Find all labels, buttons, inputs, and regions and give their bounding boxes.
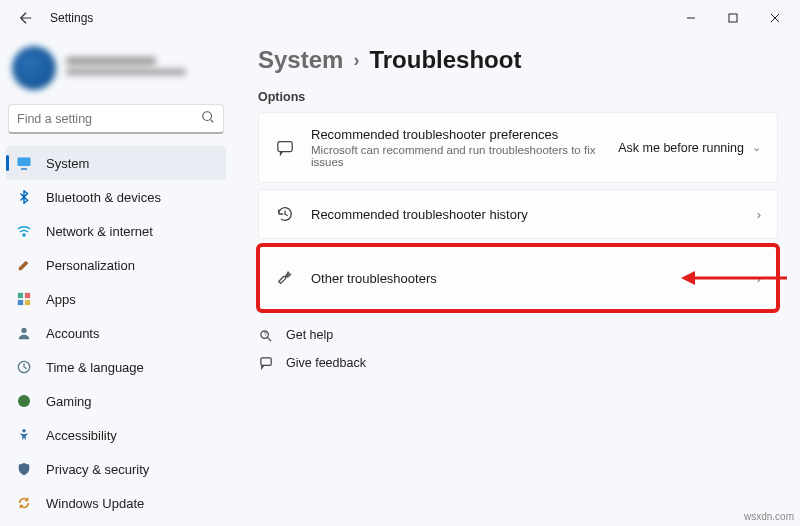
breadcrumb-parent[interactable]: System xyxy=(258,46,343,74)
clock-icon xyxy=(16,359,32,375)
close-button[interactable] xyxy=(754,4,796,32)
svg-rect-4 xyxy=(18,293,23,298)
chevron-right-icon: › xyxy=(353,50,359,71)
window-title: Settings xyxy=(50,11,93,25)
breadcrumb: System › Troubleshoot xyxy=(258,46,778,74)
svg-rect-0 xyxy=(729,14,737,22)
maximize-button[interactable] xyxy=(712,4,754,32)
watermark: wsxdn.com xyxy=(744,511,794,522)
sidebar-item-label: Personalization xyxy=(46,258,135,273)
svg-rect-6 xyxy=(18,300,23,305)
sidebar-nav: System Bluetooth & devices Network & int… xyxy=(6,146,226,520)
apps-icon xyxy=(16,291,32,307)
svg-point-1 xyxy=(203,112,212,121)
sidebar-item-privacy[interactable]: Privacy & security xyxy=(6,452,226,486)
search-icon xyxy=(201,110,215,127)
sidebar-item-bluetooth[interactable]: Bluetooth & devices xyxy=(6,180,226,214)
history-icon xyxy=(275,204,295,224)
monitor-icon xyxy=(16,155,32,171)
sidebar-item-network[interactable]: Network & internet xyxy=(6,214,226,248)
chevron-down-icon: ⌄ xyxy=(752,141,761,154)
back-button[interactable] xyxy=(12,4,40,32)
sidebar-item-update[interactable]: Windows Update xyxy=(6,486,226,520)
chat-icon xyxy=(275,138,295,158)
sidebar-item-label: Accounts xyxy=(46,326,99,341)
sidebar-item-label: Windows Update xyxy=(46,496,144,511)
sidebar-item-time[interactable]: Time & language xyxy=(6,350,226,384)
feedback-icon xyxy=(258,355,274,371)
chevron-right-icon: › xyxy=(757,271,761,286)
card-other-troubleshooters[interactable]: Other troubleshooters › xyxy=(258,245,778,311)
account-icon xyxy=(16,325,32,341)
user-profile[interactable] xyxy=(6,42,226,100)
card-title: Recommended troubleshooter history xyxy=(311,207,741,222)
svg-rect-12 xyxy=(278,141,292,151)
get-help-link[interactable]: ? Get help xyxy=(258,327,778,343)
svg-rect-5 xyxy=(25,293,30,298)
svg-point-8 xyxy=(21,328,26,333)
sidebar-item-system[interactable]: System xyxy=(6,146,226,180)
sidebar-item-apps[interactable]: Apps xyxy=(6,282,226,316)
chevron-right-icon: › xyxy=(757,207,761,222)
card-title: Other troubleshooters xyxy=(311,271,741,286)
help-icon: ? xyxy=(258,327,274,343)
link-label: Get help xyxy=(286,328,333,342)
update-icon xyxy=(16,495,32,511)
sidebar-item-label: Privacy & security xyxy=(46,462,149,477)
user-text xyxy=(66,57,186,79)
card-troubleshooter-history[interactable]: Recommended troubleshooter history › xyxy=(258,189,778,239)
dropdown-value: Ask me before running xyxy=(618,141,744,155)
sidebar-item-label: Bluetooth & devices xyxy=(46,190,161,205)
svg-point-10 xyxy=(18,395,30,407)
svg-text:?: ? xyxy=(263,331,266,337)
sidebar-item-label: Apps xyxy=(46,292,76,307)
sidebar-item-label: Gaming xyxy=(46,394,92,409)
sidebar-item-label: Accessibility xyxy=(46,428,117,443)
gaming-icon xyxy=(16,393,32,409)
sidebar-item-accounts[interactable]: Accounts xyxy=(6,316,226,350)
svg-rect-7 xyxy=(25,300,30,305)
svg-rect-2 xyxy=(18,158,31,167)
svg-point-11 xyxy=(22,429,26,433)
avatar xyxy=(12,46,56,90)
preference-dropdown[interactable]: Ask me before running ⌄ xyxy=(618,141,761,155)
breadcrumb-current: Troubleshoot xyxy=(369,46,521,74)
wifi-icon xyxy=(16,223,32,239)
link-label: Give feedback xyxy=(286,356,366,370)
svg-point-3 xyxy=(23,234,25,236)
sidebar-item-gaming[interactable]: Gaming xyxy=(6,384,226,418)
section-heading: Options xyxy=(258,90,778,104)
sidebar-item-accessibility[interactable]: Accessibility xyxy=(6,418,226,452)
give-feedback-link[interactable]: Give feedback xyxy=(258,355,778,371)
sidebar-item-label: Network & internet xyxy=(46,224,153,239)
bluetooth-icon xyxy=(16,189,32,205)
search-input[interactable] xyxy=(17,112,201,126)
sidebar-item-label: Time & language xyxy=(46,360,144,375)
card-title: Recommended troubleshooter preferences xyxy=(311,127,602,142)
minimize-button[interactable] xyxy=(670,4,712,32)
svg-rect-17 xyxy=(260,357,270,365)
wrench-icon xyxy=(275,268,295,288)
access-icon xyxy=(16,427,32,443)
card-desc: Microsoft can recommend and run troubles… xyxy=(311,144,602,168)
sidebar-item-label: System xyxy=(46,156,89,171)
sidebar-item-personalization[interactable]: Personalization xyxy=(6,248,226,282)
paint-icon xyxy=(16,257,32,273)
shield-icon xyxy=(16,461,32,477)
search-input-wrapper[interactable] xyxy=(8,104,224,134)
card-recommended-preferences[interactable]: Recommended troubleshooter preferences M… xyxy=(258,112,778,183)
